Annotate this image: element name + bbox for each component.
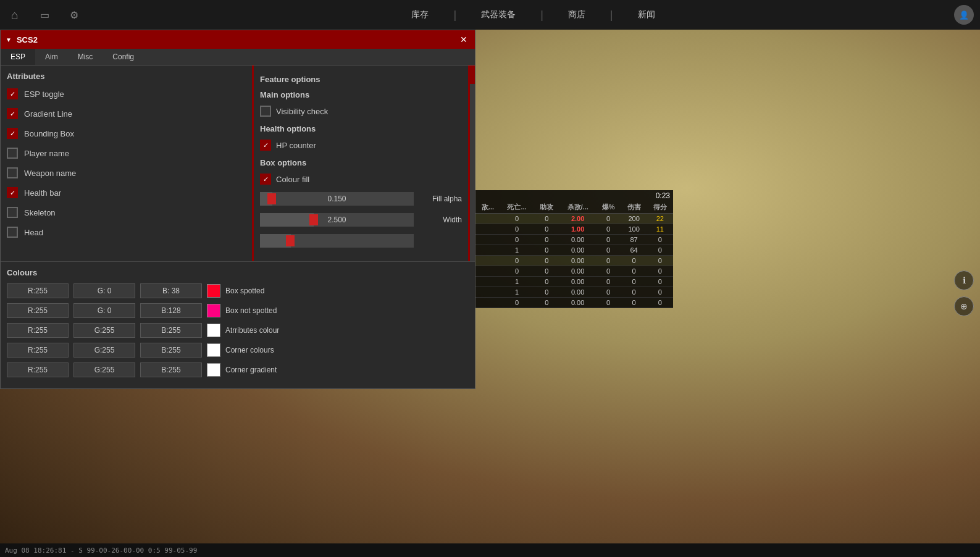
monitor-icon[interactable]: ▭ [30,0,59,30]
attr-checkbox-6[interactable] [7,207,18,218]
score-cell-2-1: 0 [500,235,534,245]
score-cell-0-0 [475,214,500,224]
score-cell-8-3: 0.00 [559,298,595,308]
score-cell-8-2: 0 [534,298,559,308]
score-cell-4-0 [475,256,500,266]
colour-g-0[interactable]: G: 0 [73,283,135,298]
nav-sep-1: | [453,9,456,22]
col-bomb: 爆% [596,201,621,214]
colour-b-0[interactable]: B: 38 [140,283,202,298]
colour-b-2[interactable]: B:255 [140,323,202,338]
tab-config[interactable]: Config [103,49,144,65]
score-cell-1-4: 0 [596,224,621,235]
colour-r-0[interactable]: R:255 [7,283,69,298]
visibility-check-row: Visibility check [260,106,462,117]
panel-scroll-thumb[interactable] [470,65,475,84]
score-cell-5-2: 0 [534,266,559,277]
attributes-list: ESP toggleGradient LineBounding BoxPlaye… [7,88,246,238]
colour-r-3[interactable]: R:255 [7,343,69,358]
score-cell-2-0 [475,235,500,245]
colour-r-2[interactable]: R:255 [7,323,69,338]
score-cell-6-5: 0 [621,277,647,287]
nav-weapons[interactable]: 武器装备 [481,9,516,20]
attr-checkbox-5[interactable] [7,187,18,198]
nav-news[interactable]: 新闻 [638,9,655,20]
score-cell-4-4: 0 [596,256,621,266]
nav-inventory[interactable]: 库存 [411,9,429,20]
score-row-8: 000.00000 [475,298,673,308]
colour-row-3: R:255G:255B:255Corner colours [7,343,469,358]
colour-name-1: Box not spotted [225,306,277,315]
colour-swatch-1[interactable] [207,304,220,317]
colour-name-0: Box spotted [225,287,264,295]
panel-tabs: ESP Aim Misc Config [1,49,475,65]
score-cell-1-0 [475,224,500,235]
colour-fill-label: Colour fill [276,175,309,184]
attr-checkbox-4[interactable] [7,167,18,178]
attr-checkbox-3[interactable] [7,148,18,159]
user-avatar[interactable]: 👤 [954,5,974,25]
settings-icon[interactable]: ⚙ [59,0,89,30]
col-score: 得分 [647,201,673,214]
main-options-header: Main options [260,90,462,99]
colour-r-1[interactable]: R:255 [7,303,69,318]
score-cell-6-0 [475,277,500,287]
tab-esp[interactable]: ESP [1,49,35,65]
fill-alpha-value: 0.150 [260,195,414,203]
score-cell-4-2: 0 [534,256,559,266]
colour-row-2: R:255G:255B:255Atrributes colour [7,323,469,338]
score-cell-3-0 [475,245,500,256]
scoreboard-thead-row: 敌... 死亡... 助攻 杀敌/... 爆% 伤害 得分 [475,201,673,214]
attr-checkbox-1[interactable] [7,108,18,119]
score-cell-3-1: 1 [500,245,534,256]
colour-swatch-0[interactable] [207,284,220,298]
attr-label-1: Gradient Line [24,109,72,119]
colour-b-4[interactable]: B:255 [140,362,202,377]
colour-swatch-2[interactable] [207,324,220,337]
score-cell-6-4: 0 [596,277,621,287]
target-button[interactable]: ⊕ [954,296,974,316]
attr-checkbox-2[interactable] [7,128,18,139]
score-row-5: 000.00000 [475,266,673,277]
box-options-header: Box options [260,158,462,167]
colour-swatch-4[interactable] [207,363,220,377]
colour-b-3[interactable]: B:255 [140,343,202,358]
fill-alpha-slider[interactable]: 0.150 [260,192,414,206]
colour-g-1[interactable]: G: 0 [73,303,135,318]
colour-g-2[interactable]: G:255 [73,323,135,338]
tab-misc[interactable]: Misc [68,49,103,65]
colour-g-4[interactable]: G:255 [73,362,135,377]
info-button[interactable]: ℹ [954,270,974,290]
home-icon[interactable]: ⌂ [0,0,30,30]
col-assists: 助攻 [534,201,559,214]
status-bar: Aug 08 18:26:81 - S 99-00-26-00-00 0:5 9… [0,543,980,557]
scs2-panel: ▼ SCS2 ✕ ESP Aim Misc Config Attributes … [0,30,475,389]
score-cell-3-4: 0 [596,245,621,256]
colour-r-4[interactable]: R:255 [7,362,69,377]
tab-aim[interactable]: Aim [35,49,68,65]
attr-checkbox-7[interactable] [7,227,18,238]
panel-close-button[interactable]: ✕ [458,33,470,46]
attr-checkbox-0[interactable] [7,88,18,99]
score-cell-0-4: 0 [596,214,621,224]
attr-label-2: Bounding Box [24,129,74,138]
width-slider[interactable]: 2.500 [260,213,414,227]
panel-vertical-scroll[interactable] [470,65,475,261]
nav-shop[interactable]: 商店 [568,9,585,20]
score-cell-7-1: 1 [500,287,534,298]
nav-sep-3: | [610,9,613,22]
visibility-check-checkbox[interactable] [260,106,271,117]
extra-slider[interactable] [260,234,414,248]
colour-g-3[interactable]: G:255 [73,343,135,358]
colour-row-4: R:255G:255B:255Corner gradient [7,362,469,377]
hp-counter-checkbox[interactable] [260,140,271,151]
score-cell-7-2: 0 [534,287,559,298]
colour-fill-checkbox[interactable] [260,174,271,185]
score-cell-8-6: 0 [647,298,673,308]
score-cell-8-1: 0 [500,298,534,308]
score-cell-8-4: 0 [596,298,621,308]
width-value: 2.500 [260,216,414,224]
colour-swatch-3[interactable] [207,343,220,357]
colour-b-1[interactable]: B:128 [140,303,202,318]
extra-slider-thumb[interactable] [286,235,295,246]
